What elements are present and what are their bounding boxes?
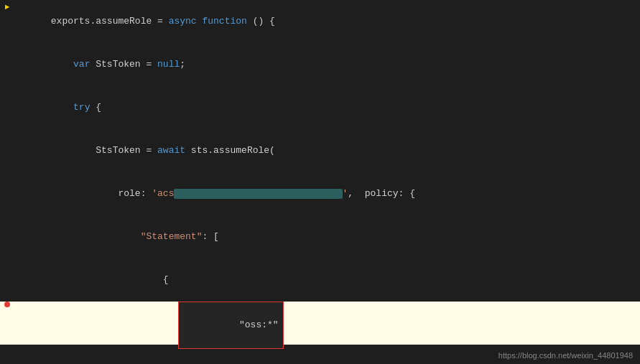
code-line-8: "Action": [ "oss:*" <box>0 302 640 345</box>
blurred-arn <box>174 189 342 199</box>
code-line-5: role: 'acs ', policy: { <box>0 172 640 215</box>
code-line-2: var StsToken = null; <box>0 43 640 86</box>
line-content-1: exports.assumeRole = async function () { <box>14 0 640 43</box>
line-content-2: var StsToken = null; <box>14 43 640 86</box>
watermark: https://blog.csdn.net/weixin_44801948 <box>498 351 633 360</box>
gutter-8 <box>0 302 14 307</box>
arrow-icon: ► <box>5 0 10 14</box>
line-content-3: try { <box>14 86 640 129</box>
code-line-3: try { <box>0 86 640 129</box>
code-line-9: ], <box>0 360 640 364</box>
line-content-4: StsToken = await sts.assumeRole( <box>14 129 640 172</box>
code-editor: ► exports.assumeRole = async function ()… <box>0 0 640 364</box>
gutter-1: ► <box>0 0 14 14</box>
line-content-5: role: 'acs ', policy: { <box>14 172 640 215</box>
breakpoint-dot <box>4 302 10 307</box>
line-content-8: "Action": [ <box>14 302 640 345</box>
code-line-7: { <box>0 258 640 302</box>
code-line-1: ► exports.assumeRole = async function ()… <box>0 0 640 43</box>
line-content-7: { <box>14 258 640 302</box>
line-content-6: "Statement": [ <box>14 215 640 258</box>
code-line-6: "Statement": [ <box>0 215 640 258</box>
autocomplete-item[interactable]: "oss:*" <box>217 319 279 330</box>
line-content-9: ], <box>14 360 640 364</box>
autocomplete-popup[interactable]: "oss:*" <box>178 302 284 349</box>
code-line-4: StsToken = await sts.assumeRole( <box>0 129 640 172</box>
